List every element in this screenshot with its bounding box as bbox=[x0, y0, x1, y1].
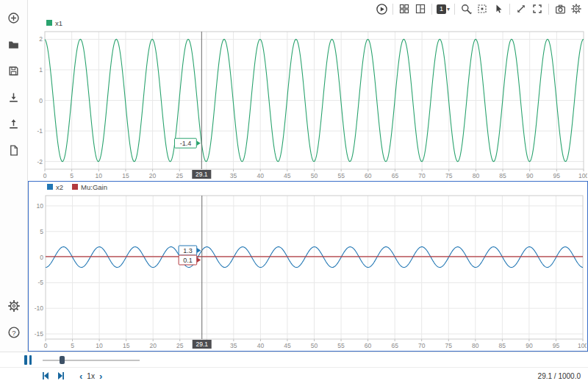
legend-top: x1 bbox=[28, 18, 588, 28]
zoom-menu-button[interactable] bbox=[459, 1, 473, 16]
svg-text:-10: -10 bbox=[35, 304, 44, 312]
legend-swatch bbox=[72, 184, 78, 190]
left-sidebar: ? bbox=[0, 0, 28, 352]
step-back-icon bbox=[41, 371, 51, 380]
plot-settings-button[interactable] bbox=[569, 1, 584, 16]
folder-icon bbox=[7, 38, 20, 51]
gear-icon bbox=[570, 3, 582, 15]
export-button[interactable] bbox=[4, 113, 24, 134]
svg-text:90: 90 bbox=[526, 172, 534, 179]
open-button[interactable] bbox=[4, 34, 24, 54]
svg-text:5: 5 bbox=[71, 342, 74, 349]
fit-to-view-button[interactable] bbox=[475, 1, 490, 16]
step-back-button[interactable] bbox=[41, 371, 51, 380]
speed-down-button[interactable]: ‹ bbox=[79, 371, 82, 381]
cursor-count-badge: 1 bbox=[437, 4, 446, 14]
svg-text:1: 1 bbox=[39, 66, 43, 74]
svg-text:100: 100 bbox=[578, 172, 587, 179]
slider-track bbox=[43, 360, 140, 361]
svg-text:10: 10 bbox=[96, 172, 103, 179]
svg-text:50: 50 bbox=[311, 342, 318, 349]
playback-row-step: ‹ 1x › 29.1 / 1000.0 bbox=[0, 368, 588, 384]
pause-button[interactable] bbox=[24, 355, 32, 365]
svg-text:80: 80 bbox=[473, 172, 480, 179]
plot-canvas-x1[interactable]: 0510152025303540455055606570758085909510… bbox=[29, 28, 587, 180]
legend-item[interactable]: x2 bbox=[47, 183, 63, 191]
snapshot-button[interactable] bbox=[553, 1, 567, 16]
toolbar-separator bbox=[392, 4, 393, 15]
fit-to-view-icon bbox=[476, 3, 488, 15]
svg-text:25: 25 bbox=[176, 342, 184, 349]
svg-text:0: 0 bbox=[43, 172, 47, 179]
svg-text:15: 15 bbox=[122, 172, 129, 179]
speed-control: ‹ 1x › bbox=[79, 371, 102, 381]
svg-text:45: 45 bbox=[284, 172, 291, 179]
svg-text:0: 0 bbox=[40, 254, 43, 261]
camera-icon bbox=[554, 3, 567, 15]
svg-text:95: 95 bbox=[553, 172, 561, 179]
add-view-button[interactable] bbox=[4, 7, 24, 28]
svg-text:75: 75 bbox=[445, 342, 453, 349]
toolbar-separator bbox=[431, 4, 432, 15]
preferences-button[interactable] bbox=[4, 296, 24, 316]
svg-text:40: 40 bbox=[257, 342, 265, 349]
plot-block-x1: x1 0510152025303540455055606570758085909… bbox=[28, 18, 588, 181]
simulation-time-display: 29.1 / 1000.0 bbox=[538, 372, 581, 380]
speed-up-button[interactable]: › bbox=[99, 371, 102, 381]
new-document-button[interactable] bbox=[4, 140, 24, 160]
run-button[interactable] bbox=[374, 1, 389, 16]
legend-label: x1 bbox=[55, 19, 62, 27]
svg-text:35: 35 bbox=[230, 342, 237, 349]
data-cursors-button[interactable]: 1 ▾ bbox=[436, 1, 451, 16]
legend-label: x2 bbox=[56, 183, 63, 191]
svg-text:40: 40 bbox=[257, 172, 264, 179]
expand-plot-button[interactable] bbox=[514, 1, 528, 16]
legend-item[interactable]: x1 bbox=[46, 19, 62, 27]
import-button[interactable] bbox=[4, 87, 24, 107]
svg-text:0.1: 0.1 bbox=[183, 257, 193, 264]
zoom-icon bbox=[460, 3, 473, 15]
svg-text:35: 35 bbox=[230, 172, 237, 179]
plot-canvas-x2-mugain[interactable]: 0510152025303540455055606570758085909510… bbox=[29, 192, 587, 350]
svg-text:-1: -1 bbox=[37, 127, 43, 135]
save-button[interactable] bbox=[4, 60, 24, 81]
step-forward-icon bbox=[56, 371, 65, 380]
svg-text:50: 50 bbox=[311, 172, 318, 179]
playback-slider[interactable] bbox=[43, 354, 140, 366]
layout-grid-button[interactable] bbox=[397, 1, 412, 16]
svg-text:0: 0 bbox=[39, 97, 43, 104]
svg-text:-2: -2 bbox=[37, 158, 43, 165]
legend-item[interactable]: Mu:Gain bbox=[72, 183, 107, 191]
svg-text:-15: -15 bbox=[35, 330, 44, 338]
svg-text:15: 15 bbox=[123, 342, 130, 349]
svg-text:55: 55 bbox=[337, 342, 345, 349]
import-icon bbox=[7, 91, 20, 104]
svg-text:10: 10 bbox=[96, 342, 103, 349]
help-button[interactable]: ? bbox=[4, 322, 24, 343]
svg-text:20: 20 bbox=[149, 342, 157, 349]
toolbar-separator bbox=[509, 4, 510, 15]
svg-text:65: 65 bbox=[392, 172, 399, 179]
step-forward-button[interactable] bbox=[56, 371, 65, 380]
svg-text:80: 80 bbox=[472, 342, 479, 349]
svg-text:29.1: 29.1 bbox=[196, 341, 208, 348]
document-icon bbox=[7, 144, 20, 157]
layout-grid-icon bbox=[398, 3, 410, 15]
slider-handle[interactable] bbox=[60, 356, 65, 364]
svg-text:60: 60 bbox=[365, 172, 372, 179]
pointer-tool-button[interactable] bbox=[491, 1, 506, 16]
layout-split-button[interactable] bbox=[413, 1, 428, 16]
svg-text:85: 85 bbox=[499, 342, 506, 349]
diagonal-arrows-icon bbox=[515, 3, 527, 15]
svg-text:90: 90 bbox=[526, 342, 533, 349]
svg-text:45: 45 bbox=[284, 342, 291, 349]
play-circle-icon bbox=[376, 3, 388, 15]
svg-text:75: 75 bbox=[445, 172, 453, 179]
fullscreen-button[interactable] bbox=[530, 1, 545, 16]
svg-text:0: 0 bbox=[44, 342, 48, 349]
fullscreen-corners-icon bbox=[531, 3, 543, 15]
svg-text:55: 55 bbox=[337, 172, 345, 179]
gear-icon bbox=[7, 299, 21, 313]
app-window: ? 1 bbox=[0, 0, 588, 352]
svg-text:10: 10 bbox=[37, 202, 44, 210]
